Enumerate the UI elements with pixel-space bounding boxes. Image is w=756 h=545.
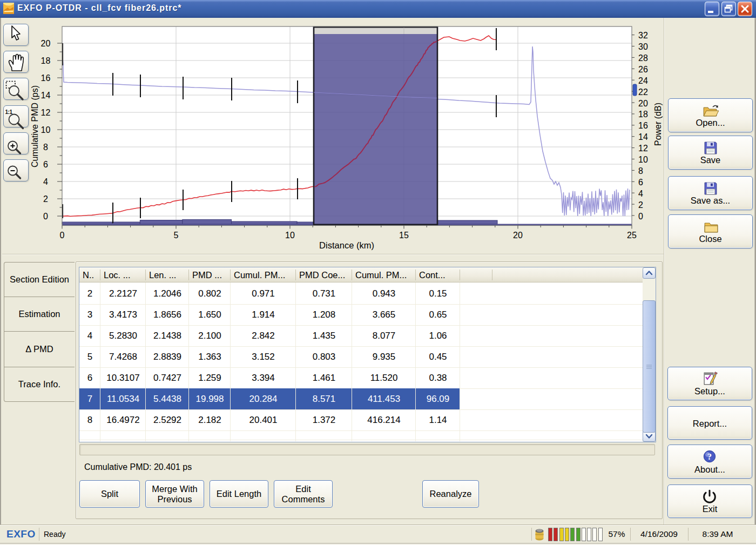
svg-text:8: 8	[638, 166, 643, 176]
svg-text:32: 32	[638, 31, 648, 40]
svg-text:16: 16	[638, 121, 648, 130]
svg-text:Cumulative PMD (ps): Cumulative PMD (ps)	[30, 85, 39, 167]
svg-text:8: 8	[43, 143, 48, 152]
svg-text:2: 2	[638, 200, 643, 210]
svg-text:20: 20	[638, 99, 648, 108]
svg-text:?: ?	[707, 452, 712, 462]
svg-text:6: 6	[43, 160, 48, 169]
svg-text:5: 5	[174, 231, 179, 240]
svg-text:6: 6	[638, 178, 643, 187]
svg-text:12: 12	[41, 108, 51, 117]
svg-text:14: 14	[638, 132, 648, 142]
svg-text:18: 18	[638, 110, 648, 119]
svg-text:14: 14	[41, 91, 51, 100]
svg-text:1:1: 1:1	[5, 109, 13, 115]
svg-text:15: 15	[399, 231, 409, 240]
svg-text:Power (dB): Power (dB)	[653, 103, 663, 146]
svg-text:22: 22	[638, 88, 648, 97]
svg-text:28: 28	[638, 53, 648, 63]
svg-text:26: 26	[638, 65, 648, 74]
svg-text:16: 16	[41, 73, 51, 83]
svg-text:0: 0	[638, 212, 643, 221]
svg-text:Distance (km): Distance (km)	[319, 240, 374, 250]
svg-text:25: 25	[627, 231, 637, 240]
svg-text:20: 20	[41, 39, 51, 48]
svg-text:0: 0	[60, 231, 65, 240]
svg-text:10: 10	[638, 155, 648, 164]
svg-text:4: 4	[43, 177, 48, 186]
svg-text:0: 0	[43, 212, 48, 221]
svg-text:24: 24	[638, 76, 648, 85]
svg-text:12: 12	[638, 144, 648, 153]
svg-text:4: 4	[638, 189, 643, 198]
svg-text:10: 10	[285, 231, 295, 240]
svg-text:18: 18	[41, 56, 51, 65]
svg-text:10: 10	[41, 125, 51, 134]
svg-text:2: 2	[43, 194, 48, 204]
svg-text:20: 20	[513, 231, 523, 240]
svg-text:30: 30	[638, 42, 648, 51]
